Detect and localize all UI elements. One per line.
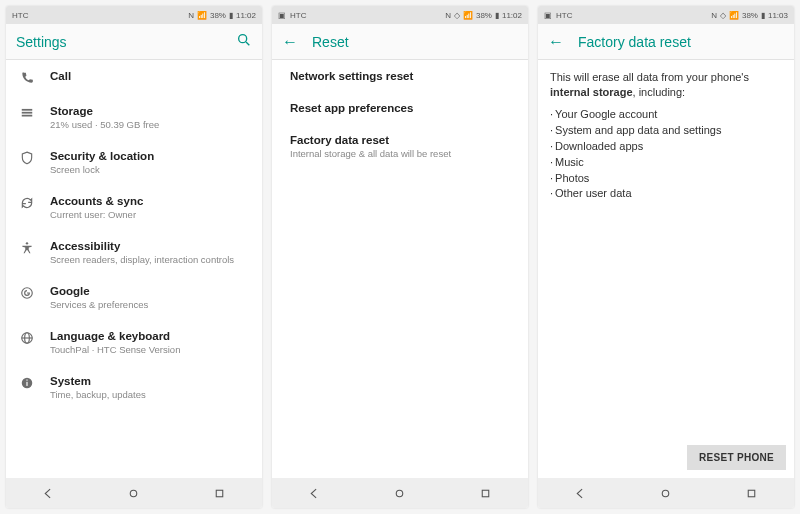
item-sub: Screen readers, display, interaction con…: [50, 254, 250, 265]
carrier-label: HTC: [12, 11, 28, 20]
factory-reset-content: This will erase all data from your phone…: [538, 60, 794, 437]
app-icon: ▣: [278, 11, 286, 20]
reset-item-network[interactable]: Network settings reset: [272, 60, 528, 92]
item-sub: Internal storage & all data will be rese…: [290, 148, 516, 159]
carrier-label: HTC: [290, 11, 306, 20]
phone-factory-reset: ▣ HTC N ◇ 📶 38% ▮ 11:03 ← Factory data r…: [538, 6, 794, 508]
status-bar: ▣ HTC N ◇ 📶 38% ▮ 11:03: [538, 6, 794, 24]
clock-text: 11:02: [236, 11, 256, 20]
settings-item-system[interactable]: SystemTime, backup, updates: [6, 365, 262, 410]
google-icon: [18, 285, 36, 300]
item-label: Factory data reset: [290, 134, 516, 146]
item-sub: Screen lock: [50, 164, 250, 175]
page-title: Factory data reset: [578, 34, 691, 50]
reset-phone-button[interactable]: RESET PHONE: [687, 445, 786, 470]
nav-bar: [6, 478, 262, 508]
svg-point-17: [663, 490, 670, 497]
intro-c: , including:: [633, 86, 686, 98]
vibrate-icon: ◇: [720, 11, 726, 20]
phone-reset: ▣ HTC N ◇ 📶 38% ▮ 11:02 ← Reset Network …: [272, 6, 528, 508]
item-label: Security & location: [50, 150, 250, 162]
bullet-item: Your Google account: [550, 107, 782, 123]
settings-item-storage[interactable]: Storage21% used · 50.39 GB free: [6, 95, 262, 140]
phone-icon: [18, 70, 36, 85]
item-label: Google: [50, 285, 250, 297]
svg-point-13: [131, 490, 138, 497]
appbar: Settings: [6, 24, 262, 60]
search-icon[interactable]: [236, 32, 252, 52]
nav-back-icon[interactable]: [42, 487, 55, 500]
bullet-item: Downloaded apps: [550, 139, 782, 155]
status-bar: ▣ HTC N ◇ 📶 38% ▮ 11:02: [272, 6, 528, 24]
nav-recent-icon[interactable]: [745, 487, 758, 500]
reset-item-factory[interactable]: Factory data resetInternal storage & all…: [272, 124, 528, 169]
settings-list: Call Storage21% used · 50.39 GB free Sec…: [6, 60, 262, 478]
nav-recent-icon[interactable]: [479, 487, 492, 500]
back-arrow-icon[interactable]: ←: [548, 33, 564, 51]
globe-icon: [18, 330, 36, 345]
svg-rect-18: [748, 490, 755, 497]
svg-line-1: [246, 42, 249, 45]
bullet-list: Your Google account System and app data …: [538, 105, 794, 205]
item-sub: Time, backup, updates: [50, 389, 250, 400]
sync-icon: [18, 195, 36, 210]
clock-text: 11:03: [768, 11, 788, 20]
accessibility-icon: [18, 240, 36, 255]
intro-text: This will erase all data from your phone…: [538, 60, 794, 105]
phone-settings: HTC N 📶 38% ▮ 11:02 Settings Call Storag…: [6, 6, 262, 508]
status-bar: HTC N 📶 38% ▮ 11:02: [6, 6, 262, 24]
svg-rect-12: [26, 380, 27, 381]
svg-rect-16: [482, 490, 489, 497]
nav-home-icon[interactable]: [393, 487, 406, 500]
nav-back-icon[interactable]: [574, 487, 587, 500]
signal-icon: 📶: [197, 11, 207, 20]
svg-point-15: [397, 490, 404, 497]
reset-item-app-prefs[interactable]: Reset app preferences: [272, 92, 528, 124]
shield-icon: [18, 150, 36, 165]
item-label: Reset app preferences: [290, 102, 516, 114]
battery-icon: ▮: [229, 11, 233, 20]
intro-b: internal storage: [550, 86, 633, 98]
bullet-item: Music: [550, 155, 782, 171]
nav-home-icon[interactable]: [127, 487, 140, 500]
back-arrow-icon[interactable]: ←: [282, 33, 298, 51]
settings-item-security[interactable]: Security & locationScreen lock: [6, 140, 262, 185]
nav-back-icon[interactable]: [308, 487, 321, 500]
battery-text: 38%: [742, 11, 758, 20]
settings-item-call[interactable]: Call: [6, 60, 262, 95]
settings-item-language[interactable]: Language & keyboardTouchPal · HTC Sense …: [6, 320, 262, 365]
nav-bar: [538, 478, 794, 508]
clock-text: 11:02: [502, 11, 522, 20]
app-icon: ▣: [544, 11, 552, 20]
battery-text: 38%: [476, 11, 492, 20]
settings-item-google[interactable]: GoogleServices & preferences: [6, 275, 262, 320]
item-label: Accessibility: [50, 240, 250, 252]
battery-icon: ▮: [761, 11, 765, 20]
carrier-label: HTC: [556, 11, 572, 20]
nfc-icon: N: [711, 11, 717, 20]
item-label: Language & keyboard: [50, 330, 250, 342]
bullet-item: System and app data and settings: [550, 123, 782, 139]
appbar: ← Reset: [272, 24, 528, 60]
appbar: ← Factory data reset: [538, 24, 794, 60]
svg-rect-3: [22, 112, 33, 114]
item-sub: Current user: Owner: [50, 209, 250, 220]
item-label: Network settings reset: [290, 70, 516, 82]
signal-icon: 📶: [729, 11, 739, 20]
settings-item-accessibility[interactable]: AccessibilityScreen readers, display, in…: [6, 230, 262, 275]
item-label: Storage: [50, 105, 250, 117]
vibrate-icon: ◇: [454, 11, 460, 20]
bottom-area: RESET PHONE: [538, 437, 794, 478]
nav-recent-icon[interactable]: [213, 487, 226, 500]
signal-icon: 📶: [463, 11, 473, 20]
item-label: Accounts & sync: [50, 195, 250, 207]
battery-text: 38%: [210, 11, 226, 20]
info-icon: [18, 375, 36, 390]
nav-home-icon[interactable]: [659, 487, 672, 500]
storage-icon: [18, 105, 36, 120]
nav-bar: [272, 478, 528, 508]
item-sub: TouchPal · HTC Sense Version: [50, 344, 250, 355]
bullet-item: Other user data: [550, 186, 782, 202]
item-sub: 21% used · 50.39 GB free: [50, 119, 250, 130]
settings-item-accounts[interactable]: Accounts & syncCurrent user: Owner: [6, 185, 262, 230]
